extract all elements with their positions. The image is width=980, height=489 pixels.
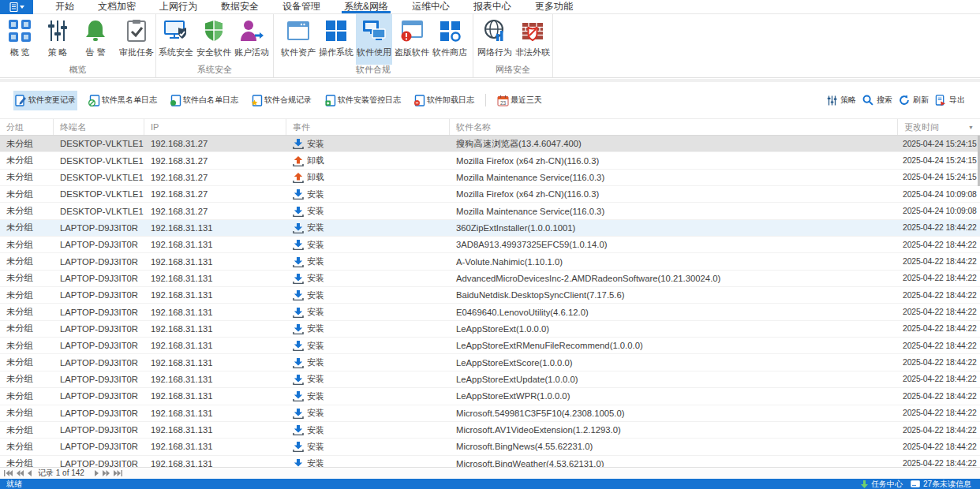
menu-tab-7[interactable]: 运维中心 — [400, 0, 462, 13]
menu-tab-4[interactable]: 数据安全 — [209, 0, 271, 13]
ribbon-button-software-usage[interactable]: 软件使用 — [356, 14, 392, 65]
menu-tab-9[interactable]: 更多功能 — [523, 0, 585, 13]
ribbon-button-approval[interactable]: 审批任务 — [115, 14, 158, 65]
table-row[interactable]: 未分组LAPTOP-D9J3IT0R192.168.31.131安装LeAppS… — [0, 371, 980, 388]
event-cell: 安装 — [286, 287, 450, 303]
terminal-cell: LAPTOP-D9J3IT0R — [54, 321, 144, 337]
pager-last-page-button[interactable] — [114, 470, 122, 476]
column-header-1[interactable]: 分组 — [0, 119, 54, 135]
toolbar-button-search[interactable]: 搜索 — [862, 91, 892, 110]
table-row[interactable]: 未分组LAPTOP-D9J3IT0R192.168.31.131安装E04696… — [0, 304, 980, 320]
group-cell: 未分组 — [0, 422, 54, 438]
terminal-cell: DESKTOP-VLKTLE1 — [54, 170, 144, 185]
column-header-4[interactable]: 事件 — [286, 119, 450, 135]
ribbon-button-account-activity[interactable]: 账户活动 — [234, 14, 270, 65]
toolbar-button-install-control-log[interactable]: 软件安装管控日志 — [323, 91, 402, 110]
column-header-2[interactable]: 终端名 — [54, 119, 144, 135]
menu-tab-2[interactable]: 文档加密 — [86, 0, 148, 13]
ribbon-button-overview[interactable]: 概 览 — [2, 14, 38, 65]
toolbar-button-compliance-record[interactable]: 软件合规记录 — [249, 91, 313, 110]
ribbon-button-system-security[interactable]: 系统安全 — [158, 14, 194, 65]
event-cell: 卸载 — [286, 170, 450, 185]
toolbar-button-calendar[interactable]: 23最近三天 — [496, 91, 544, 110]
pager-next-group-button[interactable] — [103, 470, 110, 476]
task-center-button[interactable]: 任务中心 — [861, 479, 903, 489]
table-row[interactable]: 未分组DESKTOP-VLKTLE1192.168.31.27安装Mozilla… — [0, 203, 980, 219]
ribbon-button-illegal-connection[interactable]: 非法外联 — [514, 14, 551, 65]
table-row[interactable]: 未分组LAPTOP-D9J3IT0R192.168.31.131安装Micros… — [0, 422, 980, 439]
column-header-6[interactable]: 更改时间▼ — [898, 119, 980, 135]
last-page-icon — [114, 470, 122, 476]
time-cell: 2025-04-22 18:44:22 — [898, 321, 980, 337]
ribbon-button-software-store[interactable]: 软件商店 — [432, 14, 468, 65]
toolbar-button-uninstall-log[interactable]: 软件卸载日志 — [412, 91, 476, 110]
menu-tab-6[interactable]: 系统&网络 — [332, 0, 400, 13]
table-row[interactable]: 未分组LAPTOP-D9J3IT0R192.168.31.131安装Micros… — [0, 439, 980, 455]
time-cell: 2025-04-22 18:44:22 — [898, 237, 980, 252]
ribbon-group: 软件资产操作系统软件使用盗版软件软件商店软件合规 — [274, 14, 473, 77]
menu-tab-8[interactable]: 报表中心 — [462, 0, 523, 13]
compliance-record-icon — [251, 95, 263, 106]
install-icon — [293, 307, 304, 318]
ip-cell: 192.168.31.131 — [144, 371, 286, 387]
table-row[interactable]: 未分组DESKTOP-VLKTLE1192.168.31.27安装搜狗高速浏览器… — [0, 136, 980, 152]
unread-messages-button[interactable]: 27条未读信息 — [911, 479, 971, 489]
event-cell: 卸载 — [286, 152, 450, 168]
event-label: 安装 — [307, 239, 324, 251]
ribbon-button-alert[interactable]: 告 警 — [77, 14, 114, 65]
pager-next-page-button[interactable] — [95, 470, 99, 476]
toolbar-button-label: 软件黑名单日志 — [102, 95, 157, 106]
pager-first-page-button[interactable] — [4, 470, 13, 476]
ribbon-button-label: 系统安全 — [159, 47, 193, 58]
pager-prev-page-button[interactable] — [28, 470, 32, 476]
pager-prev-group-button[interactable] — [17, 470, 24, 476]
menu-tab-1[interactable]: 开始 — [43, 0, 86, 13]
table-row[interactable]: 未分组LAPTOP-D9J3IT0R192.168.31.131安装360Zip… — [0, 220, 980, 237]
ribbon-button-software-asset[interactable]: 软件资产 — [280, 14, 316, 65]
column-header-5[interactable]: 软件名称 — [450, 119, 898, 135]
vertical-scrollbar[interactable] — [977, 136, 980, 467]
table-row[interactable]: 未分组LAPTOP-D9J3IT0R192.168.31.131安装A-Volu… — [0, 253, 980, 270]
table-row[interactable]: 未分组DESKTOP-VLKTLE1192.168.31.27卸载Mozilla… — [0, 170, 980, 186]
install-icon — [293, 323, 304, 334]
install-icon — [293, 138, 304, 149]
toolbar-button-whitelist-log[interactable]: 软件白名单日志 — [168, 91, 240, 110]
table-row[interactable]: 未分组LAPTOP-D9J3IT0R192.168.31.131安装LeAppS… — [0, 354, 980, 371]
ribbon-group: 概 览策 略告 警审批任务概览 — [0, 14, 156, 77]
table-row[interactable]: 未分组LAPTOP-D9J3IT0R192.168.31.131安装Micros… — [0, 405, 980, 422]
toolbar-button-blacklist-log[interactable]: 软件黑名单日志 — [87, 91, 159, 110]
terminal-cell: LAPTOP-D9J3IT0R — [54, 237, 144, 252]
event-cell: 安装 — [286, 422, 450, 438]
table-row[interactable]: 未分组LAPTOP-D9J3IT0R192.168.31.131安装LeAppS… — [0, 321, 980, 338]
table-row[interactable]: 未分组LAPTOP-D9J3IT0R192.168.31.131安装3AD8A9… — [0, 237, 980, 253]
group-cell: 未分组 — [0, 203, 54, 218]
table-row[interactable]: 未分组LAPTOP-D9J3IT0R192.168.31.131安装Micros… — [0, 456, 980, 467]
app-menu-button[interactable] — [0, 0, 33, 14]
ribbon-button-label: 软件使用 — [357, 47, 391, 58]
menu-tab-5[interactable]: 设备管理 — [271, 0, 332, 13]
table-row[interactable]: 未分组DESKTOP-VLKTLE1192.168.31.27安装Mozilla… — [0, 186, 980, 203]
software-cell: LeAppStoreExtUpdate(1.0.0.0) — [450, 371, 898, 387]
ribbon-button-security-software[interactable]: 安全软件 — [196, 14, 232, 65]
time-cell: 2025-04-22 18:44:22 — [898, 271, 980, 286]
table-row[interactable]: 未分组DESKTOP-VLKTLE1192.168.31.27卸载Mozilla… — [0, 152, 980, 169]
ribbon-button-operating-system[interactable]: 操作系统 — [318, 14, 354, 65]
event-label: 安装 — [307, 356, 324, 368]
ribbon-button-policy[interactable]: 策 略 — [39, 14, 76, 65]
column-header-3[interactable]: IP — [144, 119, 286, 135]
ribbon-button-pirated-software[interactable]: 盗版软件 — [394, 14, 430, 65]
toolbar-button-change-record[interactable]: 软件变更记录 — [13, 91, 77, 110]
toolbar-button-policy-small[interactable]: 策略 — [827, 91, 856, 110]
toolbar-button-export[interactable]: 导出 — [935, 91, 965, 110]
table-row[interactable]: 未分组LAPTOP-D9J3IT0R192.168.31.131安装LeAppS… — [0, 338, 980, 354]
table-row[interactable]: 未分组LAPTOP-D9J3IT0R192.168.31.131安装LeAppS… — [0, 388, 980, 405]
toolbar-button-refresh[interactable]: 刷新 — [899, 91, 929, 110]
time-cell: 2025-04-22 18:44:22 — [898, 405, 980, 421]
ip-cell: 192.168.31.131 — [144, 338, 286, 353]
software-cell: A-Volute.Nahimic(1.10.1.0) — [450, 253, 898, 269]
event-cell: 安装 — [286, 321, 450, 337]
table-row[interactable]: 未分组LAPTOP-D9J3IT0R192.168.31.131安装Advanc… — [0, 271, 980, 287]
menu-tab-3[interactable]: 上网行为 — [148, 0, 209, 13]
table-row[interactable]: 未分组LAPTOP-D9J3IT0R192.168.31.131安装BaiduN… — [0, 287, 980, 304]
ribbon-button-network-behavior[interactable]: 网络行为 — [477, 14, 513, 65]
